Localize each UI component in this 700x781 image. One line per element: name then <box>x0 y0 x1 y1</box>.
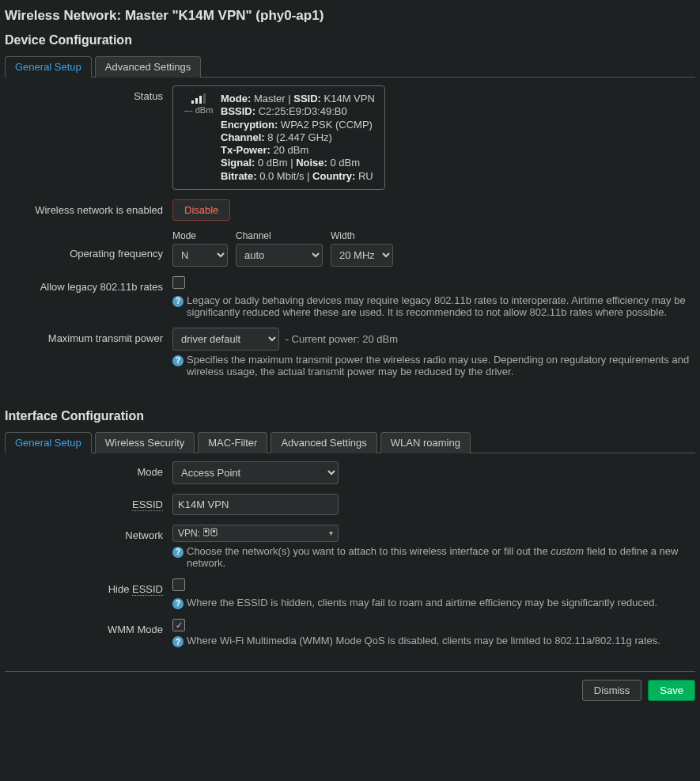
help-icon: ? <box>172 547 184 558</box>
essid-input[interactable] <box>172 494 339 515</box>
freq-channel-label: Channel <box>236 230 323 241</box>
network-row: Network VPN: ▾ ? Choose the network(s) y… <box>5 525 695 569</box>
freq-channel-select[interactable]: auto <box>236 244 323 267</box>
help-icon: ? <box>172 598 184 609</box>
status-details: Mode: Master | SSID: K14M VPN BSSID: C2:… <box>221 93 375 183</box>
network-pill-text: VPN: <box>178 528 200 539</box>
wmm-checkbox[interactable] <box>172 619 185 631</box>
legacy-help: Legacy or badly behaving devices may req… <box>187 294 695 318</box>
network-select[interactable]: VPN: ▾ <box>172 525 339 542</box>
help-icon: ? <box>172 636 184 647</box>
signal-bars-icon <box>191 93 206 104</box>
operating-frequency-row: Operating frequency Mode N Channel auto … <box>5 230 695 267</box>
hide-essid-label: Hide ESSID <box>5 578 172 595</box>
enabled-row: Wireless network is enabled Disable <box>5 199 695 221</box>
status-box: --- dBm Mode: Master | SSID: K14M VPN BS… <box>172 85 385 190</box>
txpower-current: - Current power: 20 dBm <box>286 333 398 345</box>
mode-label: Mode <box>5 461 172 478</box>
disable-button[interactable]: Disable <box>172 199 230 221</box>
txpower-select[interactable]: driver default <box>172 328 279 351</box>
tab-device-advanced[interactable]: Advanced Settings <box>95 56 201 78</box>
freq-width-select[interactable]: 20 MHz <box>331 244 393 267</box>
svg-rect-0 <box>191 100 194 104</box>
svg-rect-7 <box>213 530 215 533</box>
interface-tabs: General Setup Wireless Security MAC-Filt… <box>5 431 695 453</box>
txpower-label: Maximum transmit power <box>5 328 172 344</box>
freq-mode-label: Mode <box>172 230 228 241</box>
signal-dbm: --- dBm <box>184 105 214 115</box>
hide-essid-help: Where the ESSID is hidden, clients may f… <box>187 597 695 608</box>
svg-rect-1 <box>195 98 198 104</box>
txpower-help: Specifies the maximum transmit power the… <box>187 354 695 377</box>
chevron-down-icon: ▾ <box>329 529 333 537</box>
wmm-row: WMM Mode ? Where Wi-Fi Multimedia (WMM) … <box>5 619 695 648</box>
tab-iface-roaming[interactable]: WLAN roaming <box>380 432 471 453</box>
mode-select[interactable]: Access Point <box>172 461 339 484</box>
wmm-help: Where Wi-Fi Multimedia (WMM) Mode QoS is… <box>187 635 695 646</box>
network-label: Network <box>5 525 172 541</box>
tab-iface-advanced[interactable]: Advanced Settings <box>271 432 376 453</box>
tab-iface-mac[interactable]: MAC-Filter <box>198 432 267 453</box>
status-label: Status <box>5 85 172 102</box>
mode-row: Mode Access Point <box>5 461 695 484</box>
svg-rect-5 <box>205 530 207 533</box>
legacy-checkbox[interactable] <box>172 276 185 289</box>
device-tabs: General Setup Advanced Settings <box>5 55 695 78</box>
wmm-label: WMM Mode <box>5 619 172 635</box>
enabled-label: Wireless network is enabled <box>5 199 172 216</box>
dialog-footer: Dismiss Save <box>5 671 695 701</box>
tab-device-general[interactable]: General Setup <box>5 56 92 78</box>
essid-label: ESSID <box>5 494 172 510</box>
dismiss-button[interactable]: Dismiss <box>582 680 642 701</box>
operating-frequency-label: Operating frequency <box>5 230 172 260</box>
svg-rect-2 <box>199 96 202 104</box>
freq-mode-select[interactable]: N <box>172 244 228 267</box>
help-icon: ? <box>172 296 184 307</box>
legacy-label: Allow legacy 802.11b rates <box>5 276 172 293</box>
save-button[interactable]: Save <box>648 680 695 701</box>
help-icon: ? <box>172 355 184 366</box>
svg-rect-3 <box>203 93 206 104</box>
legacy-row: Allow legacy 802.11b rates ? Legacy or b… <box>5 276 695 318</box>
interface-config-heading: Interface Configuration <box>5 409 695 423</box>
status-row: Status --- dBm Mode: Master | SSID: K14M… <box>5 85 695 190</box>
tab-iface-security[interactable]: Wireless Security <box>95 432 195 453</box>
hide-essid-row: Hide ESSID ? Where the ESSID is hidden, … <box>5 578 695 609</box>
network-port-icon <box>203 528 218 539</box>
essid-row: ESSID <box>5 494 695 515</box>
network-help: Choose the network(s) you want to attach… <box>187 545 695 569</box>
tab-iface-general[interactable]: General Setup <box>5 432 92 453</box>
hide-essid-checkbox[interactable] <box>172 578 185 591</box>
device-config-heading: Device Configuration <box>5 33 695 47</box>
freq-width-label: Width <box>331 230 393 241</box>
txpower-row: Maximum transmit power driver default - … <box>5 328 695 377</box>
page-title: Wireless Network: Master "K14M VPN" (phy… <box>5 8 695 24</box>
